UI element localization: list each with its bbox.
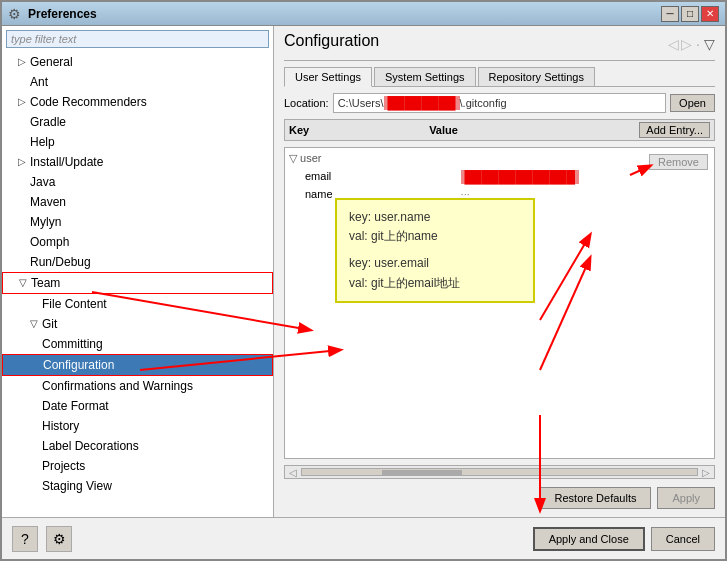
tree-label: Ant [30,73,48,91]
apply-button[interactable]: Apply [657,487,715,509]
tree-item-general[interactable]: ▷ General [2,52,273,72]
window-title: Preferences [28,7,661,21]
left-panel: ▷ General ▷ Ant ▷ Code Recommenders ▷ Gr… [2,26,274,517]
expand-arrow: ▽ [19,274,31,292]
tree-item-team[interactable]: ▽ Team [2,272,273,294]
scroll-left-arrow[interactable]: ◁ [285,467,301,478]
separator: · [696,36,700,52]
location-label: Location: [284,97,329,109]
tab-system-settings[interactable]: System Settings [374,67,475,86]
bottom-bar: ? ⚙ Apply and Close Cancel [2,517,725,559]
window-icon: ⚙ [8,6,24,22]
help-button[interactable]: ? [12,526,38,552]
tree-item-ant[interactable]: ▷ Ant [2,72,273,92]
tree-label: Java [30,173,55,191]
tree-item-label-decorations[interactable]: Label Decorations [2,436,273,456]
restore-defaults-button[interactable]: Restore Defaults [540,487,652,509]
tree-label: Committing [42,335,103,353]
tree-item-confirmations[interactable]: Confirmations and Warnings [2,376,273,396]
tab-user-settings[interactable]: User Settings [284,67,372,87]
horizontal-scrollbar[interactable]: ◁ ▷ [284,465,715,479]
tree-item-configuration[interactable]: Configuration [2,354,273,376]
close-button[interactable]: ✕ [701,6,719,22]
tree-item-mylyn[interactable]: ▷ Mylyn [2,212,273,232]
tree-list: ▷ General ▷ Ant ▷ Code Recommenders ▷ Gr… [2,52,273,517]
col-value-header: Value [429,124,639,136]
tree-label: Code Recommenders [30,93,147,111]
tree-item-staging-view[interactable]: Staging View [2,476,273,496]
apply-close-button[interactable]: Apply and Close [533,527,645,551]
expand-arrow: ▷ [18,153,30,171]
tree-label: Staging View [42,477,112,495]
tree-item-file-content[interactable]: ▷ File Content [2,294,273,314]
annotation-line5: val: git上的email地址 [349,274,521,293]
tree-label: Install/Update [30,153,103,171]
tabs-bar: User Settings System Settings Repository… [284,67,715,87]
tree-item-date-format[interactable]: Date Format [2,396,273,416]
annotation-box: key: user.name val: git上的name key: user.… [335,198,535,303]
tree-label: Oomph [30,233,69,251]
tree-item-projects[interactable]: Projects [2,456,273,476]
tree-label: Team [31,274,60,292]
tree-label: Date Format [42,397,109,415]
tree-label: Gradle [30,113,66,131]
annotation-line2: val: git上的name [349,227,521,246]
tree-item-history[interactable]: History [2,416,273,436]
col-key-header: Key [289,124,429,136]
tree-item-gradle[interactable]: ▷ Gradle [2,112,273,132]
tree-label: Maven [30,193,66,211]
location-value: C:\Users\████████\.gitconfig [333,93,666,113]
tree-item-run-debug[interactable]: ▷ Run/Debug [2,252,273,272]
tree-label: Mylyn [30,213,61,231]
expand-arrow: ▽ [30,315,42,333]
tree-item-oomph[interactable]: ▷ Oomph [2,232,273,252]
tab-repository-settings[interactable]: Repository Settings [478,67,595,86]
email-value: █████████████ [461,170,694,184]
main-content: ▷ General ▷ Ant ▷ Code Recommenders ▷ Gr… [2,26,725,517]
cancel-button[interactable]: Cancel [651,527,715,551]
header-separator [284,60,715,61]
expand-arrow: ▷ [18,53,30,71]
tree-container: ▷ General ▷ Ant ▷ Code Recommenders ▷ Gr… [2,52,273,517]
minimize-button[interactable]: ─ [661,6,679,22]
tree-label: Git [42,315,57,333]
action-row: Restore Defaults Apply [284,485,715,511]
title-bar: ⚙ Preferences ─ □ ✕ [2,2,725,26]
tree-label: File Content [42,295,107,313]
tree-item-install-update[interactable]: ▷ Install/Update [2,152,273,172]
tree-label: Help [30,133,55,151]
scroll-track[interactable] [301,468,698,476]
tree-item-code-recommenders[interactable]: ▷ Code Recommenders [2,92,273,112]
tree-label: Confirmations and Warnings [42,377,193,395]
remove-button[interactable]: Remove [649,154,708,170]
tree-item-git[interactable]: ▽ Git [2,314,273,334]
open-button[interactable]: Open [670,94,715,112]
email-row[interactable]: email █████████████ [285,168,714,186]
bottom-left-buttons: ? ⚙ [12,526,72,552]
back-icon: ◁ [668,36,679,52]
forward-icon: ▷ [681,36,692,52]
bottom-right-buttons: Apply and Close Cancel [533,527,715,551]
tree-label: General [30,53,73,71]
add-entry-button[interactable]: Add Entry... [639,122,710,138]
tree-item-maven[interactable]: ▷ Maven [2,192,273,212]
annotation-line1: key: user.name [349,208,521,227]
panel-title: Configuration [284,32,379,50]
menu-icon[interactable]: ▽ [704,36,715,52]
expand-arrow: ▷ [18,93,30,111]
filter-input[interactable] [6,30,269,48]
tree-item-help[interactable]: ▷ Help [2,132,273,152]
tree-item-committing[interactable]: Committing [2,334,273,354]
tree-label: Configuration [43,356,114,374]
window-controls: ─ □ ✕ [661,6,719,22]
right-panel: Configuration ◁ ▷ · ▽ User Settings Syst… [274,26,725,517]
preferences-button[interactable]: ⚙ [46,526,72,552]
scroll-right-arrow[interactable]: ▷ [698,467,714,478]
maximize-button[interactable]: □ [681,6,699,22]
tree-item-java[interactable]: ▷ Java [2,172,273,192]
location-row: Location: C:\Users\████████\.gitconfig O… [284,93,715,113]
tree-label: Projects [42,457,85,475]
annotation-line4: key: user.email [349,254,521,273]
email-key: email [305,170,461,184]
tree-label: Label Decorations [42,437,139,455]
